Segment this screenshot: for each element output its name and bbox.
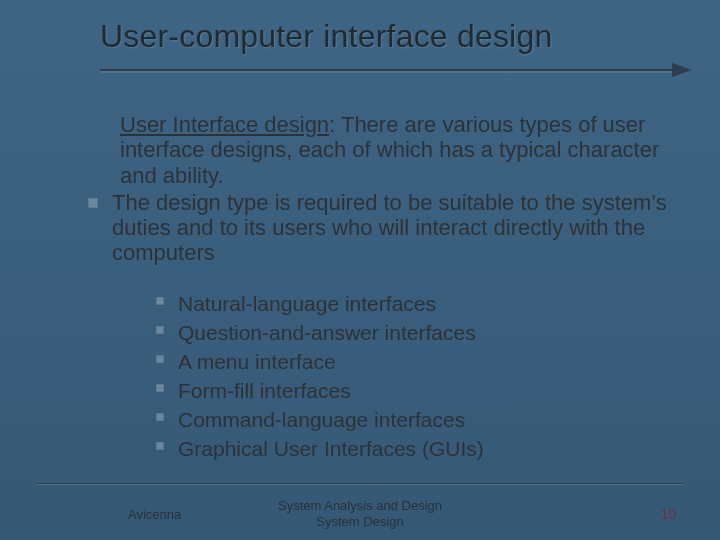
slide: User-computer interface design User Inte… bbox=[0, 0, 720, 540]
main-bullet-text: The design type is required to be suitab… bbox=[112, 190, 680, 266]
bullet-square-icon bbox=[156, 442, 164, 450]
list-item-text: Question-and-answer interfaces bbox=[178, 319, 476, 348]
main-bullet: The design type is required to be suitab… bbox=[60, 190, 680, 266]
bullet-square-icon bbox=[156, 326, 164, 334]
footer-center-line2: System Design bbox=[278, 514, 442, 530]
bullet-square-icon bbox=[88, 198, 98, 208]
list-item: Question-and-answer interfaces bbox=[156, 319, 680, 348]
list-item-text: Graphical User Interfaces (GUIs) bbox=[178, 435, 484, 464]
intro-paragraph: User Interface design: There are various… bbox=[60, 112, 680, 188]
intro-lead: User Interface design bbox=[120, 112, 329, 137]
footer-divider bbox=[38, 483, 682, 484]
slide-title: User-computer interface design bbox=[100, 18, 680, 59]
slide-body: User Interface design: There are various… bbox=[60, 112, 680, 464]
footer: Avicenna System Analysis and Design Syst… bbox=[0, 506, 720, 522]
list-item: Command-language interfaces bbox=[156, 406, 680, 435]
list-item: A menu interface bbox=[156, 348, 680, 377]
list-item-text: A menu interface bbox=[178, 348, 336, 377]
list-item: Natural-language interfaces bbox=[156, 290, 680, 319]
bullet-square-icon bbox=[156, 384, 164, 392]
bullet-square-icon bbox=[156, 297, 164, 305]
list-item-text: Form-fill interfaces bbox=[178, 377, 351, 406]
list-item: Graphical User Interfaces (GUIs) bbox=[156, 435, 680, 464]
sub-bullet-list: Natural-language interfaces Question-and… bbox=[60, 290, 680, 464]
bullet-square-icon bbox=[156, 355, 164, 363]
bullet-square-icon bbox=[156, 413, 164, 421]
footer-center-line1: System Analysis and Design bbox=[278, 498, 442, 514]
footer-center: System Analysis and Design System Design bbox=[278, 498, 442, 529]
title-underline-arrow-icon bbox=[100, 60, 692, 80]
page-number: 10 bbox=[660, 506, 676, 522]
title-area: User-computer interface design bbox=[0, 0, 720, 59]
list-item-text: Natural-language interfaces bbox=[178, 290, 436, 319]
list-item: Form-fill interfaces bbox=[156, 377, 680, 406]
svg-marker-2 bbox=[672, 63, 692, 77]
footer-author: Avicenna bbox=[128, 507, 181, 522]
list-item-text: Command-language interfaces bbox=[178, 406, 465, 435]
